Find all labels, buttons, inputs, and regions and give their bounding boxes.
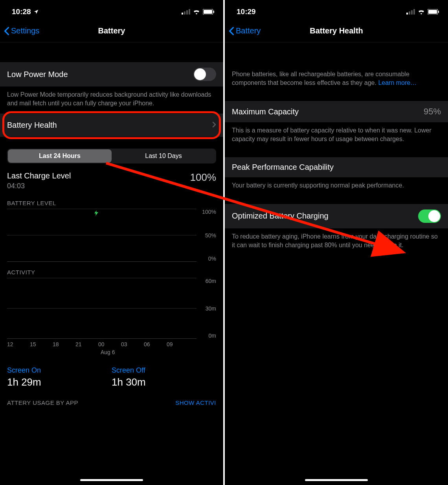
status-time: 10:29 — [237, 7, 256, 16]
battery-health-row[interactable]: Battery Health — [0, 114, 223, 137]
segment-24h[interactable]: Last 24 Hours — [8, 149, 112, 163]
low-power-mode-toggle[interactable] — [193, 68, 216, 81]
last-charge-time: 04:03 — [7, 182, 71, 190]
learn-more-link[interactable]: Learn more… — [378, 79, 417, 86]
back-button[interactable]: Settings — [4, 26, 39, 35]
peek-right[interactable]: SHOW ACTIVI — [175, 399, 216, 406]
screenshot-battery-health: 10:29 Battery Battery Health Phone batte… — [225, 0, 448, 485]
home-indicator[interactable] — [80, 479, 143, 481]
optimized-charging-label: Optimized Battery Charging — [232, 211, 329, 220]
low-power-mode-desc: Low Power Mode temporarily reduces backg… — [0, 86, 223, 114]
intro-desc: Phone batteries, like all rechargeable b… — [225, 70, 448, 93]
last-charge-value: 100% — [190, 171, 217, 184]
wifi-icon — [417, 9, 425, 15]
battery-level-chart: 100% 50% 0% — [7, 209, 216, 262]
peak-performance-row: Peak Performance Capability — [225, 157, 448, 177]
y-label: 0m — [200, 333, 216, 339]
y-label: 0% — [200, 255, 216, 262]
screen-on-label: Screen On — [7, 366, 112, 375]
usage-summary: Screen On 1h 29m Screen Off 1h 30m — [0, 355, 223, 395]
optimized-charging-row[interactable]: Optimized Battery Charging — [225, 204, 448, 228]
activity-chart: 60m 30m 0m — [7, 278, 216, 339]
back-label: Battery — [236, 26, 261, 35]
cellular-icon — [406, 9, 415, 15]
home-indicator[interactable] — [305, 479, 368, 481]
chevron-right-icon — [212, 121, 216, 130]
nav-bar: Settings Battery — [0, 20, 223, 42]
y-label: 50% — [200, 232, 216, 239]
battery-icon — [203, 9, 215, 15]
screen-off-value: 1h 30m — [112, 376, 216, 388]
last-charge-label: Last Charge Level — [7, 171, 71, 180]
activity-title: ACTIVITY — [7, 269, 216, 276]
y-label: 100% — [200, 209, 216, 215]
optimized-charging-desc: To reduce battery aging, iPhone learns f… — [225, 228, 448, 255]
svg-rect-5 — [438, 11, 439, 13]
max-capacity-label: Maximum Capacity — [232, 107, 299, 116]
y-label: 30m — [200, 305, 216, 312]
y-label: 60m — [200, 278, 216, 284]
status-bar: 10:29 — [225, 0, 448, 20]
screen-on-value: 1h 29m — [7, 376, 112, 388]
battery-level-title: BATTERY LEVEL — [7, 200, 216, 206]
low-power-mode-row[interactable]: Low Power Mode — [0, 62, 223, 86]
location-icon — [33, 9, 39, 15]
status-time: 10:28 — [12, 7, 31, 16]
x-axis-sub: Aug 6 — [7, 349, 216, 355]
low-power-mode-label: Low Power Mode — [7, 70, 68, 79]
time-range-segmented[interactable]: Last 24 Hours Last 10 Days — [7, 149, 216, 164]
back-label: Settings — [11, 26, 39, 35]
last-charge-row: Last Charge Level 04:03 100% — [0, 167, 223, 197]
peek-left: ATTERY USAGE BY APP — [7, 399, 78, 406]
peak-performance-label: Peak Performance Capability — [232, 163, 334, 172]
optimized-charging-toggle[interactable] — [418, 209, 441, 223]
svg-rect-1 — [204, 10, 212, 14]
max-capacity-desc: This is a measure of battery capacity re… — [225, 122, 448, 149]
wifi-icon — [193, 9, 200, 15]
screen-off-label: Screen Off — [112, 366, 216, 375]
cellular-icon — [182, 9, 190, 15]
battery-icon — [428, 9, 439, 15]
svg-rect-2 — [213, 11, 214, 13]
max-capacity-value: 95% — [424, 107, 441, 117]
x-axis: 1215182100030609 — [7, 339, 216, 348]
battery-health-label: Battery Health — [7, 121, 57, 130]
status-bar: 10:28 — [0, 0, 223, 20]
segment-10d[interactable]: Last 10 Days — [112, 149, 215, 163]
screenshot-battery-settings: 10:28 Settings Battery Low Power Mode — [0, 0, 223, 485]
back-button[interactable]: Battery — [229, 26, 261, 35]
bottom-peek: ATTERY USAGE BY APP SHOW ACTIVI — [0, 395, 223, 406]
nav-bar: Battery Battery Health — [225, 20, 448, 42]
max-capacity-row: Maximum Capacity 95% — [225, 101, 448, 122]
svg-rect-4 — [428, 10, 437, 14]
peak-performance-desc: Your battery is currently supporting nor… — [225, 177, 448, 196]
